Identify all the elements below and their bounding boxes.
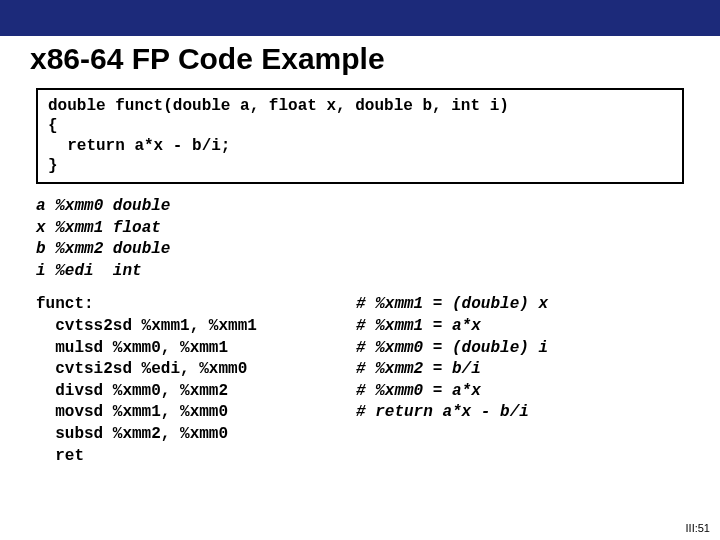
regmap-reg: %xmm0 [55, 197, 103, 215]
regmap-row: a %xmm0 double [36, 196, 684, 218]
asm-line: cvtss2sd %xmm1, %xmm1 [36, 316, 356, 338]
regmap-reg: %xmm2 [55, 240, 103, 258]
asm-instructions: funct: cvtss2sd %xmm1, %xmm1 mulsd %xmm0… [36, 294, 356, 467]
asm-line: ret [36, 446, 356, 468]
asm-comment: # %xmm0 = a*x [356, 381, 684, 403]
regmap-type: double [113, 240, 171, 258]
regmap-var: x [36, 219, 46, 237]
asm-comment: # %xmm1 = a*x [356, 316, 684, 338]
asm-line: funct: [36, 294, 356, 316]
code-line: return a*x - b/i; [48, 137, 230, 155]
title-bar [0, 0, 720, 36]
regmap-reg: %edi [55, 262, 93, 280]
asm-comments: # %xmm1 = (double) x # %xmm1 = a*x # %xm… [356, 294, 684, 467]
asm-comment: # %xmm0 = (double) i [356, 338, 684, 360]
regmap-var: i [36, 262, 46, 280]
regmap-type: double [113, 197, 171, 215]
asm-comment: # %xmm1 = (double) x [356, 294, 684, 316]
asm-line: mulsd %xmm0, %xmm1 [36, 338, 356, 360]
regmap-row: b %xmm2 double [36, 239, 684, 261]
c-code-box: double funct(double a, float x, double b… [36, 88, 684, 184]
assembly-block: funct: cvtss2sd %xmm1, %xmm1 mulsd %xmm0… [36, 294, 684, 467]
asm-comment: # %xmm2 = b/i [356, 359, 684, 381]
register-map: a %xmm0 double x %xmm1 float b %xmm2 dou… [36, 196, 684, 282]
code-line: { [48, 117, 58, 135]
slide-page: x86-64 FP Code Example double funct(doub… [0, 0, 720, 540]
code-line: double funct(double a, float x, double b… [48, 97, 509, 115]
regmap-type: int [113, 262, 142, 280]
asm-line: divsd %xmm0, %xmm2 [36, 381, 356, 403]
code-line: } [48, 157, 58, 175]
regmap-reg: %xmm1 [55, 219, 103, 237]
regmap-row: x %xmm1 float [36, 218, 684, 240]
slide-title: x86-64 FP Code Example [0, 36, 720, 86]
asm-line: movsd %xmm1, %xmm0 [36, 402, 356, 424]
regmap-row: i %edi int [36, 261, 684, 283]
asm-line: subsd %xmm2, %xmm0 [36, 424, 356, 446]
regmap-var: b [36, 240, 46, 258]
regmap-var: a [36, 197, 46, 215]
asm-comment: # return a*x - b/i [356, 402, 684, 424]
asm-line: cvtsi2sd %edi, %xmm0 [36, 359, 356, 381]
page-number: III:51 [686, 522, 710, 534]
regmap-type: float [113, 219, 161, 237]
